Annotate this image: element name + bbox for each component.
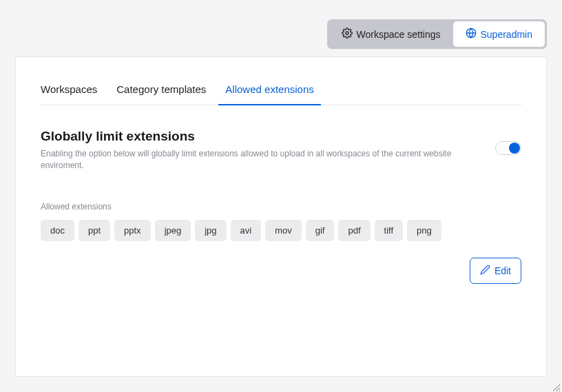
workspace-settings-tab[interactable]: Workspace settings xyxy=(329,21,453,47)
extension-chip: pptx xyxy=(114,220,151,241)
allowed-extensions-label: Allowed extensions xyxy=(41,202,521,212)
extension-chip: avi xyxy=(231,220,262,241)
toggle-knob xyxy=(509,143,520,154)
svg-point-0 xyxy=(346,32,348,34)
extension-chip: ppt xyxy=(79,220,110,241)
section-title: Globally limit extensions xyxy=(41,129,495,144)
main-panel: Workspaces Category templates Allowed ex… xyxy=(15,56,547,377)
tab-category-templates[interactable]: Category templates xyxy=(116,76,206,105)
globe-icon xyxy=(466,28,477,41)
header-view-switcher: Workspace settings Superadmin xyxy=(327,19,547,49)
extension-chip-list: docpptpptxjpegjpgavimovgifpdftiffpng xyxy=(41,220,521,241)
extension-chip: tiff xyxy=(375,220,404,241)
extension-chip: pdf xyxy=(338,220,370,241)
extension-chip: gif xyxy=(306,220,335,241)
edit-label: Edit xyxy=(495,265,511,276)
content-tabs: Workspaces Category templates Allowed ex… xyxy=(41,76,521,105)
global-limit-toggle[interactable] xyxy=(495,141,521,155)
section-header: Globally limit extensions Enabling the o… xyxy=(41,129,521,172)
extension-chip: doc xyxy=(41,220,74,241)
edit-button[interactable]: Edit xyxy=(470,258,521,284)
extension-chip: png xyxy=(407,220,441,241)
tab-workspaces[interactable]: Workspaces xyxy=(41,76,97,105)
workspace-settings-label: Workspace settings xyxy=(357,29,441,40)
pencil-icon xyxy=(480,265,490,277)
gear-icon xyxy=(342,28,353,41)
superadmin-tab[interactable]: Superadmin xyxy=(453,21,545,47)
extension-chip: mov xyxy=(265,220,302,241)
section-description: Enabling the option below will globally … xyxy=(41,148,495,172)
extension-chip: jpeg xyxy=(155,220,191,241)
tab-allowed-extensions[interactable]: Allowed extensions xyxy=(225,76,313,105)
extension-chip: jpg xyxy=(195,220,226,241)
resize-handle-icon xyxy=(552,382,561,391)
superadmin-label: Superadmin xyxy=(481,29,533,40)
